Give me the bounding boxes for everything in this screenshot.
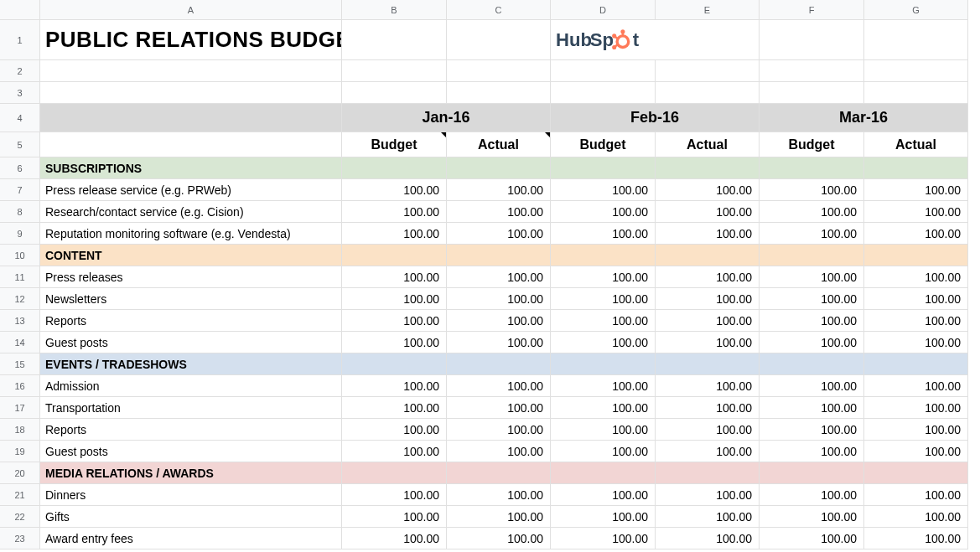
value-cell[interactable]: 100.00 <box>447 201 551 223</box>
value-cell[interactable]: 100.00 <box>864 375 968 397</box>
value-cell[interactable]: 100.00 <box>656 397 760 419</box>
value-cell[interactable]: 100.00 <box>342 310 447 332</box>
row-header[interactable]: 17 <box>0 397 40 419</box>
value-cell[interactable]: 100.00 <box>760 179 864 201</box>
value-cell[interactable]: 100.00 <box>760 484 864 506</box>
section-header[interactable]: MEDIA RELATIONS / AWARDS <box>40 462 342 484</box>
value-cell[interactable]: 100.00 <box>447 266 551 288</box>
value-cell[interactable]: 100.00 <box>864 288 968 310</box>
line-item-label[interactable]: Transportation <box>40 397 342 419</box>
row-header[interactable]: 6 <box>0 157 40 179</box>
row-header[interactable]: 23 <box>0 528 40 549</box>
row-header[interactable]: 2 <box>0 60 40 82</box>
value-cell[interactable]: 100.00 <box>760 288 864 310</box>
value-cell[interactable]: 100.00 <box>864 441 968 462</box>
cell[interactable] <box>342 157 447 179</box>
value-cell[interactable]: 100.00 <box>551 441 656 462</box>
value-cell[interactable]: 100.00 <box>342 223 447 245</box>
cell[interactable] <box>342 353 447 375</box>
value-cell[interactable]: 100.00 <box>656 375 760 397</box>
select-all-corner[interactable] <box>0 0 40 20</box>
value-cell[interactable]: 100.00 <box>342 332 447 353</box>
cell[interactable] <box>656 245 760 266</box>
cell[interactable] <box>551 245 656 266</box>
cell[interactable] <box>447 157 551 179</box>
line-item-label[interactable]: Reputation monitoring software (e.g. Ven… <box>40 223 342 245</box>
column-header[interactable]: B <box>342 0 447 20</box>
row-header[interactable]: 7 <box>0 179 40 201</box>
cell[interactable] <box>656 462 760 484</box>
line-item-label[interactable]: Admission <box>40 375 342 397</box>
value-cell[interactable]: 100.00 <box>342 201 447 223</box>
cell[interactable] <box>342 20 447 60</box>
value-cell[interactable]: 100.00 <box>342 179 447 201</box>
value-cell[interactable]: 100.00 <box>342 397 447 419</box>
value-cell[interactable]: 100.00 <box>342 484 447 506</box>
row-header[interactable]: 10 <box>0 245 40 266</box>
value-cell[interactable]: 100.00 <box>342 528 447 549</box>
cell[interactable] <box>864 82 968 104</box>
section-header[interactable]: CONTENT <box>40 245 342 266</box>
actual-header[interactable]: Actual <box>864 132 968 157</box>
value-cell[interactable]: 100.00 <box>864 397 968 419</box>
value-cell[interactable]: 100.00 <box>864 201 968 223</box>
row-header[interactable]: 1 <box>0 20 40 60</box>
value-cell[interactable]: 100.00 <box>342 266 447 288</box>
cell[interactable] <box>656 82 760 104</box>
line-item-label[interactable]: Press release service (e.g. PRWeb) <box>40 179 342 201</box>
value-cell[interactable]: 100.00 <box>864 506 968 528</box>
row-header[interactable]: 11 <box>0 266 40 288</box>
value-cell[interactable]: 100.00 <box>342 441 447 462</box>
cell[interactable] <box>760 353 864 375</box>
section-header[interactable]: EVENTS / TRADESHOWS <box>40 353 342 375</box>
value-cell[interactable]: 100.00 <box>551 419 656 441</box>
column-header[interactable]: G <box>864 0 968 20</box>
value-cell[interactable]: 100.00 <box>864 310 968 332</box>
line-item-label[interactable]: Reports <box>40 310 342 332</box>
value-cell[interactable]: 100.00 <box>656 506 760 528</box>
cell[interactable] <box>864 60 968 82</box>
row-header[interactable]: 13 <box>0 310 40 332</box>
column-header[interactable]: C <box>447 0 551 20</box>
cell[interactable] <box>342 82 447 104</box>
cell[interactable] <box>447 353 551 375</box>
value-cell[interactable]: 100.00 <box>656 419 760 441</box>
value-cell[interactable]: 100.00 <box>656 288 760 310</box>
cell[interactable] <box>760 20 864 60</box>
value-cell[interactable]: 100.00 <box>551 201 656 223</box>
value-cell[interactable]: 100.00 <box>342 375 447 397</box>
value-cell[interactable]: 100.00 <box>864 179 968 201</box>
column-header[interactable]: A <box>40 0 342 20</box>
budget-header[interactable]: Budget <box>342 132 447 157</box>
value-cell[interactable]: 100.00 <box>342 506 447 528</box>
value-cell[interactable]: 100.00 <box>551 266 656 288</box>
month-header[interactable]: Mar-16 <box>760 104 968 132</box>
cell[interactable] <box>551 157 656 179</box>
cell[interactable] <box>864 157 968 179</box>
value-cell[interactable]: 100.00 <box>760 506 864 528</box>
budget-header[interactable]: Budget <box>551 132 656 157</box>
cell[interactable] <box>864 245 968 266</box>
cell[interactable] <box>551 462 656 484</box>
value-cell[interactable]: 100.00 <box>447 484 551 506</box>
value-cell[interactable]: 100.00 <box>760 266 864 288</box>
value-cell[interactable]: 100.00 <box>656 223 760 245</box>
actual-header[interactable]: Actual <box>447 132 551 157</box>
value-cell[interactable]: 100.00 <box>656 179 760 201</box>
cell[interactable] <box>656 157 760 179</box>
row-header[interactable]: 8 <box>0 201 40 223</box>
value-cell[interactable]: 100.00 <box>447 223 551 245</box>
line-item-label[interactable]: Press releases <box>40 266 342 288</box>
value-cell[interactable]: 100.00 <box>447 528 551 549</box>
line-item-label[interactable]: Guest posts <box>40 332 342 353</box>
actual-header[interactable]: Actual <box>656 132 760 157</box>
value-cell[interactable]: 100.00 <box>551 332 656 353</box>
cell[interactable] <box>760 60 864 82</box>
value-cell[interactable]: 100.00 <box>656 441 760 462</box>
value-cell[interactable]: 100.00 <box>656 310 760 332</box>
value-cell[interactable]: 100.00 <box>551 484 656 506</box>
cell[interactable] <box>864 353 968 375</box>
cell[interactable] <box>342 245 447 266</box>
value-cell[interactable]: 100.00 <box>760 528 864 549</box>
cell[interactable] <box>760 245 864 266</box>
